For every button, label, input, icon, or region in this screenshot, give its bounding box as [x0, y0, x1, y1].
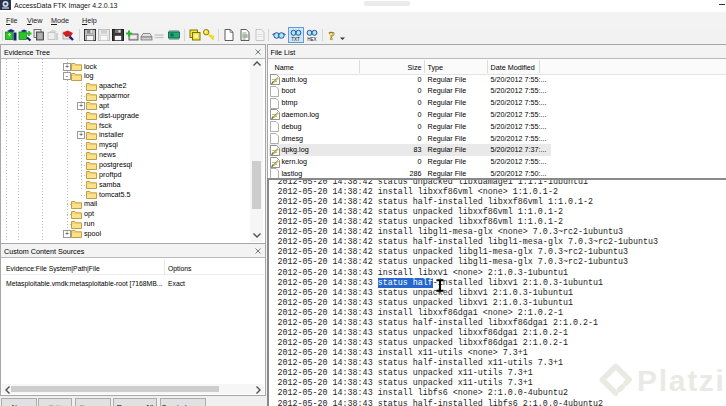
svg-text:?: ? [329, 28, 336, 42]
svg-text:TXT: TXT [291, 37, 300, 42]
svg-text:HEX: HEX [307, 37, 316, 42]
